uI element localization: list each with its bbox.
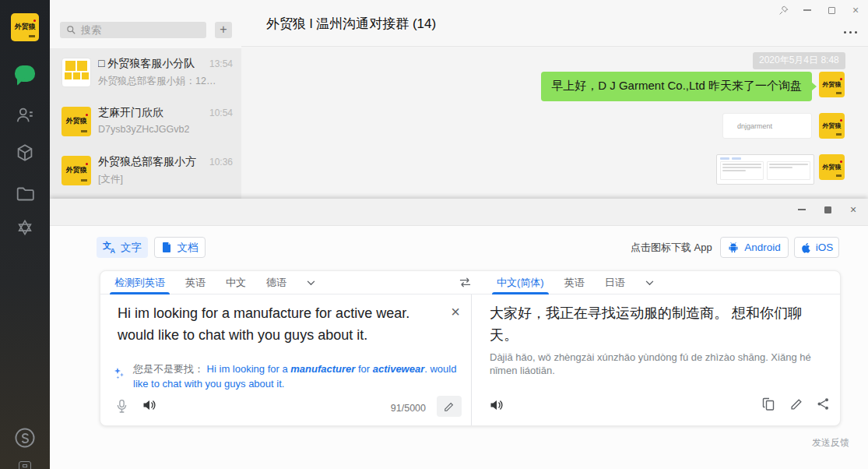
- share-translation-icon[interactable]: [817, 397, 830, 411]
- download-hint: 点击图标下载 App: [631, 237, 712, 258]
- message-image-thumbnail[interactable]: [716, 154, 814, 185]
- spelling-suggestion[interactable]: 您是不是要找： Hi im looking for a manufacturer…: [133, 361, 463, 391]
- chat-item-preview: [文件]: [98, 173, 123, 186]
- source-text-input[interactable]: Hi im looking for a manufacture for acti…: [118, 302, 441, 346]
- search-input[interactable]: 搜索: [60, 22, 206, 38]
- app-logo-text: 外贸狼: [11, 22, 39, 32]
- message-bubble: 早上好，D J Garment Co.,Ltd 昨天来了一个询盘: [541, 72, 812, 101]
- logo-subtext: [29, 35, 35, 37]
- more-menu-icon[interactable]: [844, 28, 857, 36]
- tab-detected-english[interactable]: 检测到英语: [114, 271, 165, 294]
- suggestion-correction: manufacturer: [290, 363, 355, 375]
- avatar-text: 外贸狼: [819, 122, 845, 130]
- android-download-button[interactable]: Android: [720, 237, 789, 258]
- listen-translation-icon[interactable]: [490, 399, 504, 411]
- ios-download-button[interactable]: iOS: [794, 237, 839, 258]
- translator-titlebar[interactable]: ×: [50, 199, 868, 226]
- sidebar-item-products[interactable]: [0, 143, 50, 162]
- app-logo[interactable]: 外贸狼: [11, 13, 39, 41]
- close-button[interactable]: ×: [850, 5, 861, 16]
- document-mode-label: 文档: [177, 241, 199, 255]
- avatar-subtext: [81, 130, 87, 132]
- chat-item-preview: 外贸狼总部客服小娟：12…: [98, 75, 216, 88]
- tab-english[interactable]: 英语: [564, 271, 585, 294]
- translator-window: × 文A 文字 文档 点击图标下载 App And: [50, 199, 868, 469]
- list-item-zhima[interactable]: 外贸狼 芝麻开门欣欣 10:54 D7ysb3yZHcJGGvb2: [50, 99, 241, 148]
- panel-divider: [471, 294, 472, 425]
- sidebar-item-phone-link[interactable]: [0, 427, 50, 449]
- translate-card: 检测到英语 英语 中文 德语 中文(简体) 英语 日语: [100, 270, 841, 426]
- phone-link-icon: [14, 427, 36, 449]
- group-avatar: [61, 58, 91, 87]
- microphone-icon[interactable]: [116, 399, 128, 414]
- avatar-text: 外贸狼: [61, 165, 91, 175]
- suggestion-prefix: 您是不是要找：: [133, 363, 204, 375]
- date-badge: 2020年5月4日 8:48: [753, 52, 845, 69]
- window-controls: ×: [778, 5, 861, 16]
- clear-text-button[interactable]: ×: [448, 304, 463, 319]
- tab-german[interactable]: 德语: [266, 271, 286, 294]
- android-label: Android: [744, 242, 781, 253]
- tab-chinese-simplified[interactable]: 中文(简体): [497, 271, 544, 294]
- send-feedback-link[interactable]: 发送反馈: [812, 436, 849, 450]
- swap-languages-icon[interactable]: [459, 277, 472, 288]
- pinyin-transliteration: Dàjiā hǎo, wǒ zhèngzài xúnzhǎo yùndòng f…: [490, 351, 835, 377]
- close-button[interactable]: ×: [848, 204, 859, 215]
- translate-icon: 文A: [103, 242, 115, 253]
- sparkle-icon: [113, 366, 126, 380]
- cube-icon: [16, 143, 34, 162]
- sidebar-item-chats[interactable]: [0, 65, 50, 82]
- message-link-card[interactable]: dnjgarment: [722, 113, 812, 139]
- handwriting-button[interactable]: [437, 396, 462, 417]
- avatar: 外贸狼: [61, 107, 91, 136]
- listen-source-icon[interactable]: [142, 399, 156, 411]
- pencil-icon: [444, 401, 455, 412]
- suggestion-text: for: [355, 363, 372, 375]
- android-icon: [728, 242, 739, 253]
- sender-avatar[interactable]: 外贸狼: [819, 113, 845, 139]
- suggest-edit-icon[interactable]: [790, 397, 803, 411]
- tab-japanese[interactable]: 日语: [605, 271, 625, 294]
- sidebar-item-files[interactable]: [0, 185, 50, 203]
- copy-translation-icon[interactable]: [762, 397, 775, 411]
- maximize-button[interactable]: [826, 5, 837, 16]
- chat-item-title: 外贸狼总部客服小方: [98, 155, 196, 169]
- minimize-button[interactable]: [796, 204, 807, 215]
- logo-registered-mark: [33, 19, 36, 22]
- list-item-service-xiaofang[interactable]: 外贸狼 外贸狼总部客服小方 10:36 [文件]: [50, 148, 241, 197]
- contacts-icon: [16, 106, 34, 125]
- sidebar-item-contacts[interactable]: [0, 106, 50, 125]
- text-mode-button[interactable]: 文A 文字: [97, 237, 148, 258]
- avatar-registered-mark: [86, 163, 88, 165]
- maximize-button[interactable]: [822, 204, 833, 215]
- apple-icon: [800, 242, 810, 253]
- sender-avatar[interactable]: 外贸狼: [819, 72, 845, 97]
- tab-english[interactable]: 英语: [185, 271, 206, 294]
- add-chat-button[interactable]: +: [215, 22, 232, 38]
- text-mode-label: 文字: [121, 241, 142, 255]
- avatar-registered-mark: [840, 78, 842, 80]
- mini-program-icon[interactable]: [19, 461, 31, 469]
- document-mode-button[interactable]: 文档: [154, 237, 206, 258]
- chat-list-header: 搜索 +: [50, 0, 241, 48]
- chat-bubble-icon: [15, 65, 35, 82]
- list-item-service-team[interactable]: □ 外贸狼客服小分队 13:54 外贸狼总部客服小娟：12…: [50, 50, 241, 99]
- tab-chinese[interactable]: 中文: [226, 271, 246, 294]
- conversation-header: 外贸狼 l 温州沟通对接群 (14) ×: [241, 0, 868, 47]
- avatar-registered-mark: [86, 114, 88, 116]
- sender-avatar[interactable]: 外贸狼: [819, 154, 845, 180]
- avatar-text: 外贸狼: [819, 163, 845, 171]
- minimize-button[interactable]: [802, 5, 813, 16]
- pin-icon[interactable]: [778, 5, 789, 16]
- folder-icon: [16, 185, 34, 203]
- chevron-down-icon[interactable]: [307, 280, 315, 286]
- chevron-down-icon[interactable]: [645, 280, 654, 286]
- message-text: 早上好，D J Garment Co.,Ltd 昨天来了一个询盘: [551, 79, 802, 92]
- search-icon: [66, 25, 76, 35]
- hex-star-icon: [16, 218, 34, 237]
- suggestion-text: Hi im looking for a: [204, 363, 290, 375]
- source-language-tabs: 检测到英语 英语 中文 德语: [114, 271, 315, 294]
- chat-item-time: 10:36: [209, 157, 233, 168]
- link-card-text: dnjgarment: [737, 114, 772, 139]
- sidebar-item-apps[interactable]: [0, 218, 50, 237]
